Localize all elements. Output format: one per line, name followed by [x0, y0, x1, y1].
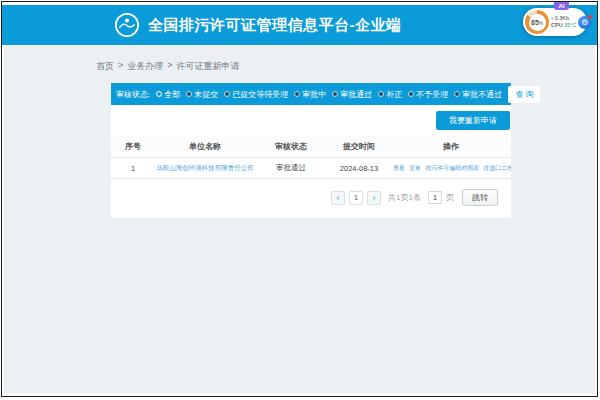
page-title: 全国排污许可证管理信息平台-企业端 — [148, 16, 402, 35]
pagination: ‹ 1 › 共1页1条 页 跳转 — [111, 179, 511, 212]
radio-selected-icon — [156, 91, 162, 97]
reapply-button[interactable]: 我要重新申请 — [436, 111, 510, 130]
company-link[interactable]: 马鞍山海创环境科技有限责任公司 — [156, 164, 254, 171]
radio-option-correction[interactable]: 补正 — [378, 89, 402, 100]
net-up-icon: • — [551, 15, 553, 21]
radio-icon — [186, 91, 192, 97]
radio-option-all[interactable]: 全部 — [156, 89, 180, 100]
cpu-usage-value: 85 — [531, 14, 539, 31]
page-body: 首页 > 业务办理 > 许可证重新申请 审核状态: 全部 未提交 已 — [4, 45, 595, 394]
next-page-button[interactable]: › — [367, 191, 381, 205]
table-row: 1 马鞍山海创环境科技有限责任公司 审批通过 2024-08-13 查看 变更 … — [111, 158, 511, 179]
cell-submit-time: 2024-08-13 — [327, 158, 391, 179]
radio-option-not-accepted[interactable]: 不予受理 — [408, 89, 448, 100]
applications-table: 序号 单位名称 审核状态 提交时间 操作 1 马鞍山海创环境科技有限责任公司 审… — [111, 136, 511, 179]
breadcrumb-item-home[interactable]: 首页 — [96, 60, 114, 73]
breadcrumb: 首页 > 业务办理 > 许可证重新申请 — [96, 60, 240, 73]
radio-icon — [224, 91, 230, 97]
radio-option-rejected[interactable]: 审批不通过 — [454, 89, 502, 100]
cpu-usage-unit: % — [539, 21, 543, 26]
content-card: 审核状态: 全部 未提交 已提交等待受理 审批中 — [111, 83, 511, 218]
radio-icon — [408, 91, 414, 97]
breadcrumb-separator: > — [118, 60, 123, 73]
cell-seq: 1 — [111, 158, 155, 179]
radio-option-approved[interactable]: 审批通过 — [332, 89, 372, 100]
net-speed: 0.3Kb — [555, 15, 569, 21]
cell-operations: 查看 变更 排污许可编码对照表 排放口二维码图集 — [391, 158, 511, 179]
cpu-label: CPU — [551, 22, 563, 28]
pagination-summary: 共1页1条 — [388, 192, 421, 203]
breadcrumb-separator: > — [167, 60, 172, 73]
permit-code-table-link[interactable]: 排污许可编码对照表 — [425, 165, 479, 171]
col-submit-time: 提交时间 — [327, 136, 391, 158]
breadcrumb-item-current: 许可证重新申请 — [177, 60, 240, 73]
ai-badge[interactable]: AI — [554, 1, 569, 10]
radio-option-in-review[interactable]: 审批中 — [294, 89, 326, 100]
radio-option-submitted-waiting[interactable]: 已提交等待受理 — [224, 89, 288, 100]
col-seq: 序号 — [111, 136, 155, 158]
change-link[interactable]: 变更 — [409, 165, 421, 171]
radio-icon — [454, 91, 460, 97]
monitor-stats: • 0.3Kb CPU 35°C — [551, 15, 576, 29]
jump-button[interactable]: 跳转 — [462, 189, 498, 206]
filter-label: 审核状态: — [116, 89, 150, 100]
col-company: 单位名称 — [155, 136, 255, 158]
platform-emblem-icon — [114, 12, 140, 38]
toolbar-row: 我要重新申请 — [111, 105, 511, 136]
gear-icon[interactable]: ⚙ — [578, 16, 591, 29]
prev-page-button[interactable]: ‹ — [331, 191, 345, 205]
cell-status: 审批通过 — [255, 158, 327, 179]
cpu-usage-gauge: 85% — [525, 10, 549, 34]
page-jump-input[interactable] — [428, 191, 442, 204]
view-link[interactable]: 查看 — [393, 165, 405, 171]
page-unit-label: 页 — [446, 192, 454, 203]
radio-icon — [332, 91, 338, 97]
cpu-temp: 35°C — [564, 22, 576, 28]
breadcrumb-item-business[interactable]: 业务办理 — [127, 60, 163, 73]
search-button[interactable]: 查 询 — [508, 86, 540, 103]
radio-icon — [294, 91, 300, 97]
outlet-qrcode-link[interactable]: 排放口二维码图集 — [483, 165, 511, 171]
col-status: 审核状态 — [255, 136, 327, 158]
status-filter-bar: 审核状态: 全部 未提交 已提交等待受理 审批中 — [111, 83, 511, 105]
current-page-button[interactable]: 1 — [349, 191, 363, 205]
app-header: 全国排污许可证管理信息平台-企业端 — [2, 5, 597, 45]
radio-option-unsubmitted[interactable]: 未提交 — [186, 89, 218, 100]
browser-viewport: 全国排污许可证管理信息平台-企业端 AI 85% • 0.3Kb CPU 35°… — [1, 1, 598, 397]
system-monitor-widget[interactable]: 85% • 0.3Kb CPU 35°C ⚙ — [523, 8, 587, 36]
col-operations: 操作 — [391, 136, 511, 158]
table-header-row: 序号 单位名称 审核状态 提交时间 操作 — [111, 136, 511, 158]
radio-icon — [378, 91, 384, 97]
